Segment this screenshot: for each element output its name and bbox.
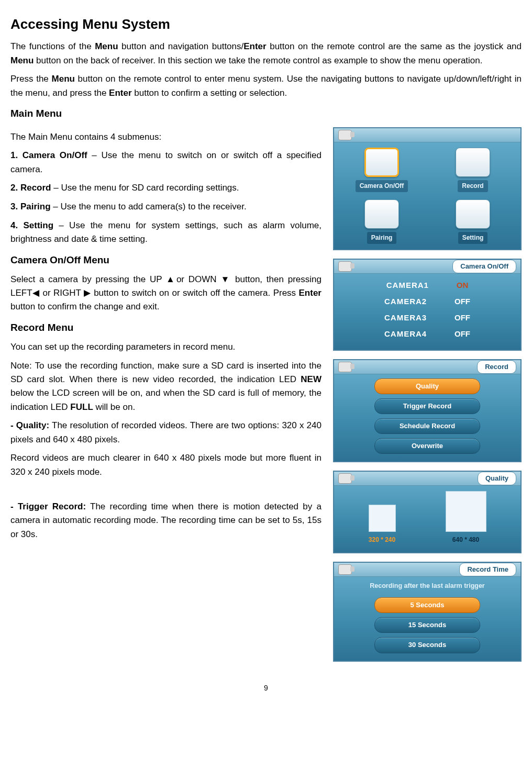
camera-state: OFF bbox=[455, 328, 470, 340]
setting-icon bbox=[456, 199, 490, 229]
camera-name: CAMERA3 bbox=[384, 311, 442, 324]
text-run: will be on. bbox=[93, 402, 135, 412]
intro-paragraph-2: Press the Menu button on the remote cont… bbox=[10, 72, 522, 100]
text-run: button on the remote control are the sam… bbox=[267, 41, 522, 51]
camera-state: ON bbox=[457, 279, 469, 291]
camera-onoff-icon bbox=[364, 148, 399, 177]
screen-title-pill: Quality bbox=[478, 472, 516, 485]
page-title: Accessing Menu System bbox=[10, 14, 522, 35]
menu-item-label: Setting bbox=[458, 232, 488, 244]
camera-state: OFF bbox=[455, 295, 470, 307]
camera-name: CAMERA4 bbox=[384, 328, 442, 340]
text-run: Select a camera by pressing the UP ▲or D… bbox=[10, 274, 322, 298]
camera-onoff-heading: Camera On/Off Menu bbox=[10, 252, 322, 268]
menu-pill-30s: 30 Seconds bbox=[374, 637, 480, 653]
camera-icon bbox=[338, 261, 352, 272]
screen-title-pill: Camera On/Off bbox=[452, 260, 516, 273]
resolution-label: 320 * 240 bbox=[369, 535, 395, 545]
full-led-keyword: FULL bbox=[70, 402, 93, 412]
menu-pill-overwrite: Overwrite bbox=[374, 438, 480, 454]
main-menu-heading: Main Menu bbox=[10, 106, 522, 121]
enter-keyword: Enter bbox=[243, 41, 266, 51]
menu-pill-trigger-record: Trigger Record bbox=[374, 398, 480, 414]
submenu-3-desc: – Use the menu to add camera(s) to the r… bbox=[51, 202, 247, 211]
submenu-3: 3. Pairing – Use the menu to add camera(… bbox=[10, 200, 322, 214]
menu-item-label: Record bbox=[458, 180, 487, 192]
text-run: button to confirm the change and exit. bbox=[10, 302, 159, 311]
page-number: 9 bbox=[10, 683, 522, 694]
submenu-4-name: 4. Setting bbox=[10, 220, 53, 230]
screen-title-pill: Record bbox=[477, 360, 516, 374]
submenu-2-name: 2. Record bbox=[10, 183, 51, 193]
quality-paragraph: - Quality: The resolution of recorded vi… bbox=[10, 419, 322, 447]
resolution-label: 640 * 480 bbox=[452, 535, 479, 545]
record-icon bbox=[456, 148, 490, 177]
text-run: Press the bbox=[10, 74, 52, 84]
quality-paragraph-2: Record videos are much clearer in 640 x … bbox=[10, 451, 322, 479]
trigger-record-label: - Trigger Record: bbox=[10, 502, 86, 511]
enter-keyword: Enter bbox=[109, 88, 131, 98]
resolution-option-large bbox=[446, 491, 486, 532]
camera-icon bbox=[338, 564, 352, 575]
camera-state: OFF bbox=[455, 311, 470, 324]
menu-item-label: Pairing bbox=[367, 232, 397, 244]
menu-keyword: Menu bbox=[95, 41, 118, 51]
submenu-3-name: 3. Pairing bbox=[10, 202, 51, 211]
record-paragraph-1: You can set up the recording parameters … bbox=[10, 340, 322, 354]
submenu-2-desc: – Use the menu for SD card recording set… bbox=[51, 183, 239, 193]
screen-title-pill: Record Time bbox=[459, 563, 516, 576]
menu-pill-schedule-record: Schedule Record bbox=[374, 418, 480, 434]
text-run: button and navigation buttons/ bbox=[118, 41, 244, 51]
menu-pill-15s: 15 Seconds bbox=[374, 617, 480, 633]
camera-icon bbox=[338, 362, 352, 372]
menu-keyword: Menu bbox=[10, 55, 34, 65]
text-run: Note: To use the recording function, mak… bbox=[10, 361, 322, 384]
camera-name: CAMERA1 bbox=[386, 279, 444, 291]
camera-icon bbox=[338, 473, 352, 484]
menu-keyword: Menu bbox=[52, 74, 75, 84]
record-time-subtitle: Recording after the last alarm trigger bbox=[370, 581, 485, 591]
intro-paragraph-1: The functions of the Menu button and nav… bbox=[10, 40, 522, 68]
submenu-4-desc: – Use the menu for system settings, such… bbox=[10, 220, 322, 244]
pairing-icon bbox=[364, 199, 399, 229]
menu-item-label: Camera On/Off bbox=[356, 180, 408, 192]
main-menu-screenshot: Camera On/Off Record Pairing Setting bbox=[333, 127, 522, 250]
new-led-keyword: NEW bbox=[301, 374, 322, 384]
record-note-paragraph: Note: To use the recording function, mak… bbox=[10, 359, 322, 414]
resolution-option-small bbox=[369, 505, 396, 532]
main-menu-intro: The Main Menu contains 4 submenus: bbox=[10, 130, 322, 144]
camera-icon bbox=[338, 130, 352, 140]
camera-onoff-screenshot: Camera On/Off CAMERA1ON CAMERA2OFF CAMER… bbox=[333, 259, 522, 351]
quality-desc: The resolution of recorded videos. There… bbox=[10, 420, 322, 444]
text-run: below the LCD screen will be on, and whe… bbox=[10, 388, 322, 411]
trigger-record-paragraph: - Trigger Record: The recording time whe… bbox=[10, 500, 322, 541]
text-run: button to confirm a setting or selection… bbox=[132, 88, 287, 98]
submenu-4: 4. Setting – Use the menu for system set… bbox=[10, 219, 322, 247]
camera-onoff-paragraph: Select a camera by pressing the UP ▲or D… bbox=[10, 273, 322, 314]
quality-screenshot: Quality 320 * 240 640 * 480 bbox=[333, 471, 522, 553]
submenu-1: 1. Camera On/Off – Use the menu to switc… bbox=[10, 149, 322, 176]
submenu-2: 2. Record – Use the menu for SD card rec… bbox=[10, 181, 322, 195]
record-menu-screenshot: Record Quality Trigger Record Schedule R… bbox=[333, 359, 522, 463]
enter-keyword: Enter bbox=[299, 288, 322, 298]
camera-name: CAMERA2 bbox=[384, 295, 442, 307]
menu-pill-5s: 5 Seconds bbox=[374, 597, 480, 613]
text-run: The functions of the bbox=[10, 41, 95, 51]
submenu-1-name: 1. Camera On/Off bbox=[10, 150, 87, 160]
record-menu-heading: Record Menu bbox=[10, 320, 322, 335]
record-time-screenshot: Record Time Recording after the last ala… bbox=[333, 562, 522, 662]
quality-label: - Quality: bbox=[10, 420, 49, 430]
menu-pill-quality: Quality bbox=[374, 378, 480, 394]
text-run: button on the back of receiver. In this … bbox=[34, 55, 482, 65]
